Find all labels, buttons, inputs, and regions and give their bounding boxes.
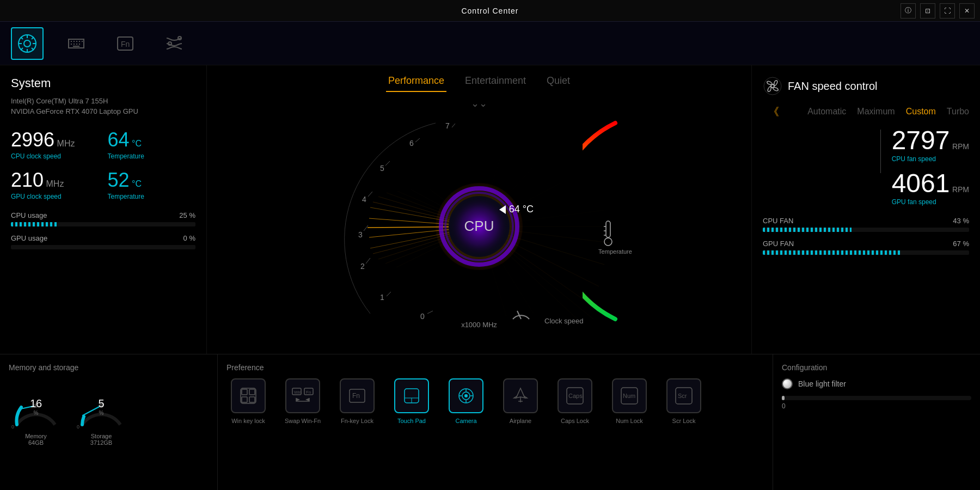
svg-text:Win: Win	[294, 390, 302, 395]
memory-label: Memory 64GB	[9, 433, 63, 446]
gpu-temp-unit: °C	[132, 179, 142, 188]
gpu-clock-value: 210 MHz	[11, 169, 99, 192]
cpu-fan-pct-label: CPU FAN	[763, 217, 793, 225]
pref-touch-pad[interactable]: Touch Pad	[390, 378, 433, 424]
svg-line-8	[32, 37, 34, 39]
svg-rect-77	[606, 221, 610, 237]
cpu-usage-pct: 25 %	[179, 211, 195, 219]
gpu-usage-bar	[11, 245, 195, 249]
gpu-fan-usage-bar	[763, 250, 969, 255]
svg-rect-93	[249, 389, 255, 395]
fan-mode-custom[interactable]: Custom	[906, 107, 936, 117]
app-title: Control Center	[461, 7, 518, 15]
storage-gauge: 0 5 %	[74, 378, 128, 433]
fan-mode-automatic[interactable]: Automatic	[807, 107, 846, 117]
mode-tab-entertainment[interactable]: Entertainment	[463, 71, 528, 92]
cpu-fan-speed-label: CPU fan speed	[892, 155, 969, 163]
pref-camera[interactable]: Camera	[444, 378, 488, 424]
tab-fn[interactable]: Fn	[109, 27, 142, 60]
gpu-clock-label: GPU clock speed	[11, 193, 99, 200]
mode-tab-quiet[interactable]: Quiet	[544, 71, 572, 92]
swap-win-fn-label: Swap Win-Fn	[285, 418, 321, 424]
pref-swap-win-fn[interactable]: Win Fn Swap Win-Fn	[281, 378, 324, 424]
blue-light-slider-handle[interactable]	[782, 396, 785, 400]
svg-text:5: 5	[380, 164, 384, 173]
svg-line-39	[452, 124, 455, 127]
pref-airplane[interactable]: Airplane	[499, 378, 542, 424]
gpu-fan-usage-fill	[763, 250, 901, 255]
airplane-icon-box	[503, 378, 538, 413]
memory-gauges: 0 16 % Memory	[9, 378, 209, 446]
storage-label: Storage 3712GB	[74, 433, 128, 446]
gpu-fan-usage-row: GPU FAN 67 %	[763, 240, 969, 255]
cpu-usage-fill	[11, 222, 57, 226]
gpu-clock-unit: MHz	[46, 179, 64, 188]
cpu-fan-pct: 43 %	[953, 217, 969, 225]
svg-text:4: 4	[362, 195, 366, 204]
cpu-fan-speed-item: 2797 RPM CPU fan speed	[892, 125, 969, 163]
cpu-temp-label: Temperature	[108, 152, 196, 160]
pref-caps-lock[interactable]: Caps Caps Lock	[553, 378, 597, 424]
cpu-clock-value: 2996 MHz	[11, 128, 99, 151]
window-controls: ⓘ ⊡ ⛶ ✕	[901, 3, 975, 19]
config-panel-title: Configuration	[782, 363, 971, 372]
svg-rect-95	[249, 397, 255, 402]
pref-win-key-lock[interactable]: Win key lock	[226, 378, 270, 424]
svg-line-35	[364, 225, 368, 231]
svg-point-78	[604, 238, 612, 246]
temp-arc-svg: Temperature	[583, 112, 648, 330]
svg-line-33	[387, 292, 391, 296]
pref-num-lock[interactable]: Num Num Lock	[608, 378, 651, 424]
tab-keyboard[interactable]	[60, 27, 93, 60]
svg-text:Caps: Caps	[568, 393, 583, 399]
gpu-usage-label: GPU usage	[11, 234, 47, 242]
blue-light-slider-track	[782, 396, 971, 400]
cpu-name: Intel(R) Core(TM) Ultra 7 155H	[11, 97, 195, 105]
gpu-fan-speed-unit: RPM	[952, 185, 969, 194]
svg-rect-91	[241, 388, 256, 403]
mode-tab-performance[interactable]: Performance	[386, 71, 446, 92]
svg-text:Num: Num	[623, 393, 635, 399]
pref-scr-lock[interactable]: Scr Scr Lock	[662, 378, 706, 424]
stats-grid: 2996 MHz CPU clock speed 64 °C Temperatu…	[11, 128, 195, 200]
win-key-lock-icon-box	[231, 378, 266, 413]
nav-tabs: Fn	[0, 22, 980, 65]
info-button[interactable]: ⓘ	[901, 3, 916, 19]
svg-text:0: 0	[77, 424, 79, 430]
pref-fn-key-lock[interactable]: Fn Fn-key Lock	[335, 378, 379, 424]
gpu-temp-label: Temperature	[108, 193, 196, 200]
fn-key-lock-icon-box: Fn	[340, 378, 375, 413]
svg-text:1: 1	[380, 293, 384, 302]
tab-settings[interactable]	[158, 27, 191, 60]
cpu-usage-label: CPU usage	[11, 211, 47, 219]
blue-light-icon	[782, 378, 793, 389]
tab-system[interactable]	[11, 27, 44, 60]
cpu-temp-value: 64 °C	[108, 128, 196, 151]
gauge-unit-label: x1000 MHz	[461, 321, 497, 329]
svg-line-38	[415, 138, 420, 142]
num-lock-icon-box: Num	[612, 378, 647, 413]
clock-speed-indicator	[513, 311, 529, 319]
caps-lock-icon-box: Caps	[558, 378, 592, 413]
fan-mode-maximum[interactable]: Maximum	[857, 107, 895, 117]
center-panel: Performance Entertainment Quiet ⌄⌄	[207, 65, 751, 354]
camera-icon-box	[449, 378, 483, 413]
gpu-usage-row: GPU usage 0 %	[11, 234, 195, 249]
preference-panel-title: Preference	[226, 363, 764, 372]
memory-storage-panel: Memory and storage 0 16	[0, 354, 218, 490]
maximize-button[interactable]: ⛶	[940, 3, 955, 19]
gpu-temp-number: 52	[108, 169, 130, 191]
svg-text:2: 2	[360, 262, 365, 271]
left-panel: System Intel(R) Core(TM) Ultra 7 155H NV…	[0, 65, 207, 354]
fn-key-lock-label: Fn-key Lock	[341, 418, 373, 424]
usage-section: CPU usage 25 % GPU usage 0 %	[11, 211, 195, 249]
svg-text:Fn: Fn	[306, 390, 311, 395]
caps-lock-label: Caps Lock	[561, 418, 589, 424]
cpu-fan-usage-bar	[763, 228, 969, 232]
restore-button[interactable]: ⊡	[920, 3, 935, 19]
gpu-fan-speed-label: GPU fan speed	[892, 198, 969, 206]
cpu-clock-number: 2996	[11, 128, 54, 151]
fan-mode-turbo[interactable]: Turbo	[947, 107, 969, 117]
svg-line-37	[385, 161, 390, 166]
close-button[interactable]: ✕	[959, 3, 975, 19]
